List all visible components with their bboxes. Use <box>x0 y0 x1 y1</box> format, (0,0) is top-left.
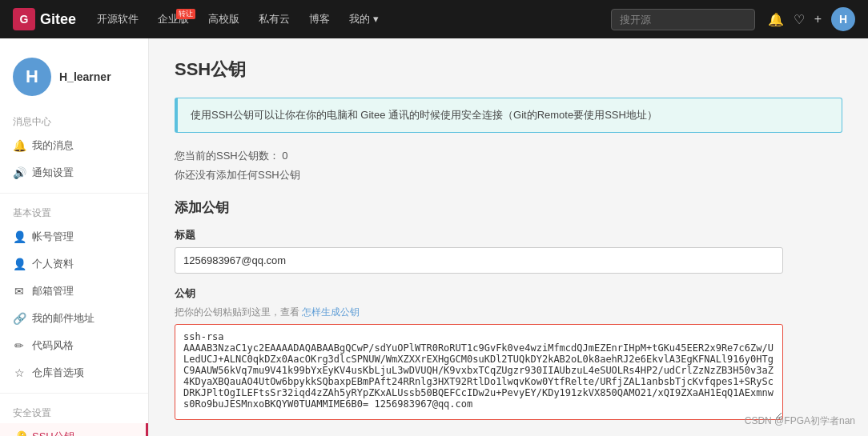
profile-icon: 👤 <box>13 258 26 270</box>
sidebar-item-profile[interactable]: 👤 个人资料 <box>0 250 148 278</box>
gitee-logo-text: Gitee <box>40 11 76 28</box>
key-textarea[interactable] <box>175 324 783 420</box>
gitee-logo-icon: G <box>13 8 35 30</box>
search-area <box>611 9 755 30</box>
sidebar-divider-2 <box>0 393 148 394</box>
sidebar-profile: H H_learner <box>0 51 148 109</box>
avatar: H <box>13 58 51 96</box>
email-icon: ✉ <box>13 285 26 298</box>
section-title-messages: 消息中心 <box>0 109 148 132</box>
link-icon: 🔗 <box>13 312 26 325</box>
sidebar-item-notification-settings[interactable]: 🔊 通知设置 <box>0 159 148 186</box>
plus-icon[interactable]: + <box>814 12 822 26</box>
sidebar-item-repo-prefs[interactable]: ☆ 仓库首选项 <box>0 359 148 386</box>
section-title-basic: 基本设置 <box>0 200 148 223</box>
nav-university[interactable]: 高校版 <box>200 7 247 31</box>
key-form-group: 公钥 把你的公钥粘贴到这里，查看 怎样生成公钥 <box>175 286 783 422</box>
edit-icon: ✏ <box>13 339 26 352</box>
sidebar-item-ssh[interactable]: 🔑 SSH公钥 <box>0 423 148 436</box>
nav-blog[interactable]: 博客 <box>301 7 338 31</box>
page-title: SSH公钥 <box>175 58 842 82</box>
sidebar-divider-1 <box>0 193 148 194</box>
title-form-group: 标题 <box>175 228 783 274</box>
account-icon: 👤 <box>13 230 26 243</box>
user-avatar[interactable]: H <box>831 7 855 31</box>
sidebar-item-address[interactable]: 🔗 我的邮件地址 <box>0 305 148 332</box>
sidebar: H H_learner 消息中心 🔔 我的消息 🔊 通知设置 基本设置 👤 帐号… <box>0 38 149 436</box>
speaker-icon: 🔊 <box>13 166 26 179</box>
title-label: 标题 <box>175 228 783 242</box>
sidebar-username: H_learner <box>59 70 111 83</box>
heart-icon[interactable]: ♡ <box>794 12 805 27</box>
footer-info: CSDN @FPGA初学者nan <box>745 414 855 428</box>
ssh-count-text: 您当前的SSH公钥数： 0 <box>175 149 842 163</box>
notification-icon[interactable]: 🔔 <box>768 12 784 27</box>
no-key-text: 你还没有添加任何SSH公钥 <box>175 168 842 182</box>
sidebar-item-account[interactable]: 👤 帐号管理 <box>0 223 148 250</box>
title-input[interactable] <box>175 247 783 274</box>
key-icon: 🔑 <box>13 430 26 436</box>
main-content: SSH公钥 使用SSH公钥可以让你在你的电脑和 Gitee 通讯的时候使用安全连… <box>149 38 868 436</box>
transfer-badge: 转让 <box>176 9 195 19</box>
bell-icon: 🔔 <box>13 139 26 152</box>
star-icon: ☆ <box>13 366 26 379</box>
key-label: 公钥 <box>175 286 783 301</box>
topnav-icons: 🔔 ♡ + H <box>768 7 855 31</box>
sidebar-item-my-messages[interactable]: 🔔 我的消息 <box>0 132 148 159</box>
main-layout: H H_learner 消息中心 🔔 我的消息 🔊 通知设置 基本设置 👤 帐号… <box>0 38 868 436</box>
nav-mine[interactable]: 我的 ▾ <box>341 7 387 31</box>
search-input[interactable] <box>611 9 755 30</box>
nav-opensource[interactable]: 开源软件 <box>89 7 147 31</box>
sidebar-item-email[interactable]: ✉ 邮箱管理 <box>0 278 148 305</box>
section-title-security: 安全设置 <box>0 400 148 423</box>
info-box: 使用SSH公钥可以让你在你的电脑和 Gitee 通讯的时候使用安全连接（Git的… <box>175 98 842 133</box>
sidebar-item-code-style[interactable]: ✏ 代码风格 <box>0 332 148 359</box>
generate-key-link[interactable]: 怎样生成公钥 <box>302 306 360 318</box>
nav-private-cloud[interactable]: 私有云 <box>251 7 298 31</box>
nav-enterprise[interactable]: 企业版 转让 <box>150 7 197 31</box>
key-hint: 把你的公钥粘贴到这里，查看 怎样生成公钥 <box>175 306 783 319</box>
gitee-logo[interactable]: G Gitee <box>13 8 76 30</box>
add-section-title: 添加公钥 <box>175 198 842 217</box>
top-navigation: G Gitee 开源软件 企业版 转让 高校版 私有云 博客 我的 ▾ 🔔 ♡ … <box>0 0 868 38</box>
